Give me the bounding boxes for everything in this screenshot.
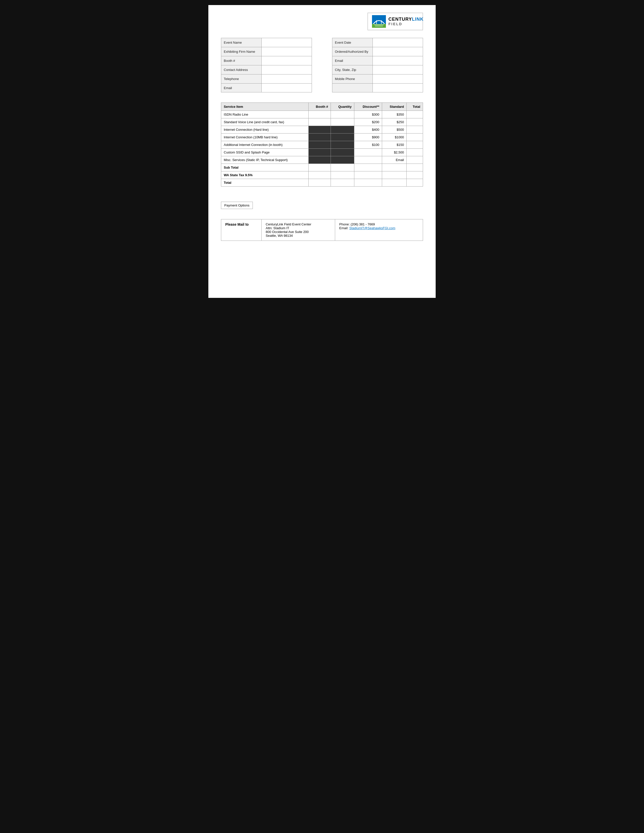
label-event-date: Event Date xyxy=(332,38,373,47)
label-city-state-zip: City, State, Zip xyxy=(332,65,373,74)
table-row-total: Total xyxy=(221,179,423,187)
cell-discount xyxy=(354,156,382,164)
mail-address: CenturyLink Field Event Center Attn: Sta… xyxy=(262,219,335,241)
mail-address-line1: CenturyLink Field Event Center xyxy=(266,222,311,226)
form-col-right: Event Date Ordered/Authorized By Email C… xyxy=(332,38,423,92)
page: CENTURYLINK FIELD Event Name Exhibiting … xyxy=(208,5,436,298)
value-city-state-zip[interactable] xyxy=(373,65,423,74)
cell-subtotal-qty[interactable] xyxy=(331,164,354,171)
cell-total-discount xyxy=(354,179,382,187)
form-row-telephone: Telephone xyxy=(221,74,312,83)
cell-standard: $350 xyxy=(382,111,407,118)
cell-booth-dark xyxy=(309,141,331,149)
mail-table: Please Mail to CenturyLink Field Event C… xyxy=(221,219,423,241)
col-header-quantity: Quantity xyxy=(331,103,354,111)
mail-address-line4: Seattle, WA 98134 xyxy=(266,234,293,238)
cell-total-qty[interactable] xyxy=(331,179,354,187)
label-booth: Booth # xyxy=(221,56,262,65)
col-header-standard: Standard xyxy=(382,103,407,111)
form-row-ordered-by: Ordered/Authorized By xyxy=(332,47,423,56)
cell-total-total[interactable] xyxy=(407,179,423,187)
cell-subtotal-total[interactable] xyxy=(407,164,423,171)
col-header-service: Service Item xyxy=(221,103,309,111)
cell-discount: $100 xyxy=(354,141,382,149)
cell-booth[interactable] xyxy=(309,111,331,118)
header: CENTURYLINK FIELD xyxy=(221,13,423,30)
cell-total[interactable] xyxy=(407,149,423,156)
cell-service: Custom SSID and Splash Page xyxy=(221,149,309,156)
mail-address-line2: Attn: Stadium IT xyxy=(266,226,289,230)
col-header-total: Total xyxy=(407,103,423,111)
form-row-booth: Booth # xyxy=(221,56,312,65)
cell-total[interactable] xyxy=(407,118,423,126)
cell-booth-dark xyxy=(309,126,331,133)
table-row: Custom SSID and Splash Page $2,500 xyxy=(221,149,423,156)
cell-standard: $150 xyxy=(382,141,407,149)
cell-total-label: Total xyxy=(221,179,309,187)
cell-total-booth[interactable] xyxy=(309,179,331,187)
cell-total[interactable] xyxy=(407,133,423,141)
service-table: Service Item Booth # Quantity Discount**… xyxy=(221,103,423,187)
logo-box: CENTURYLINK FIELD xyxy=(367,13,423,30)
form-row-email-right: Email xyxy=(332,56,423,65)
payment-section: Payment Options xyxy=(221,202,423,214)
logo-field: FIELD xyxy=(388,22,423,26)
label-email-right: Email xyxy=(332,56,373,65)
label-event-name: Event Name xyxy=(221,38,262,47)
mail-email-label: Email: xyxy=(339,226,349,230)
cell-total[interactable] xyxy=(407,126,423,133)
logo-text: CENTURYLINK FIELD xyxy=(388,17,423,26)
cell-total[interactable] xyxy=(407,156,423,164)
value-empty xyxy=(373,84,423,92)
cell-tax-booth[interactable] xyxy=(309,171,331,179)
cell-service: ISDN Radio Line xyxy=(221,111,309,118)
form-row-email-left: Email xyxy=(221,83,312,92)
value-email-right[interactable] xyxy=(373,56,423,65)
table-row-subtotal: Sub Total xyxy=(221,164,423,171)
cell-subtotal-booth[interactable] xyxy=(309,164,331,171)
cell-booth-dark xyxy=(309,149,331,156)
value-event-date[interactable] xyxy=(373,38,423,47)
value-telephone[interactable] xyxy=(262,74,312,83)
form-row-event-name: Event Name xyxy=(221,38,312,47)
mail-email-link[interactable]: StadiumIT@SeahawksFGI.com xyxy=(349,226,395,230)
cell-quantity[interactable] xyxy=(331,118,354,126)
mail-phone: Phone: (206) 381 - 7669 xyxy=(339,222,375,226)
form-row-mobile-phone: Mobile Phone xyxy=(332,74,423,83)
value-mobile-phone[interactable] xyxy=(373,74,423,83)
cell-discount: $300 xyxy=(354,111,382,118)
cell-tax-total[interactable] xyxy=(407,171,423,179)
cell-standard: $1000 xyxy=(382,133,407,141)
cell-discount: $400 xyxy=(354,126,382,133)
label-empty xyxy=(332,84,373,92)
cell-booth[interactable] xyxy=(309,118,331,126)
cell-quantity-dark xyxy=(331,126,354,133)
table-row: Internet Connection (10MB hard line) $90… xyxy=(221,133,423,141)
form-row-event-date: Event Date xyxy=(332,38,423,47)
cell-service: Standard Voice Line (and credit card, fa… xyxy=(221,118,309,126)
value-ordered-by[interactable] xyxy=(373,47,423,56)
cell-service: Internet Connection (10MB hard line) xyxy=(221,133,309,141)
cell-quantity[interactable] xyxy=(331,111,354,118)
form-row-city-state-zip: City, State, Zip xyxy=(332,65,423,74)
form-col-left: Event Name Exhibiting Firm Name Booth # … xyxy=(221,38,312,92)
cell-total[interactable] xyxy=(407,111,423,118)
value-contact-address[interactable] xyxy=(262,65,312,74)
form-row-exhibiting-firm: Exhibiting Firm Name xyxy=(221,47,312,56)
cell-total[interactable] xyxy=(407,141,423,149)
value-exhibiting-firm[interactable] xyxy=(262,47,312,56)
label-exhibiting-firm: Exhibiting Firm Name xyxy=(221,47,262,56)
label-ordered-by: Ordered/Authorized By xyxy=(332,47,373,56)
table-row: Misc. Services (Static IP, Technical Sup… xyxy=(221,156,423,164)
value-booth[interactable] xyxy=(262,56,312,65)
label-telephone: Telephone xyxy=(221,74,262,83)
mail-row: Please Mail to CenturyLink Field Event C… xyxy=(221,219,423,241)
cell-tax-qty[interactable] xyxy=(331,171,354,179)
value-event-name[interactable] xyxy=(262,38,312,47)
value-email-left[interactable] xyxy=(262,84,312,92)
cell-quantity-dark xyxy=(331,149,354,156)
cell-standard: $500 xyxy=(382,126,407,133)
cell-service: Misc. Services (Static IP, Technical Sup… xyxy=(221,156,309,164)
label-mobile-phone: Mobile Phone xyxy=(332,74,373,83)
cell-subtotal-label: Sub Total xyxy=(221,164,309,171)
